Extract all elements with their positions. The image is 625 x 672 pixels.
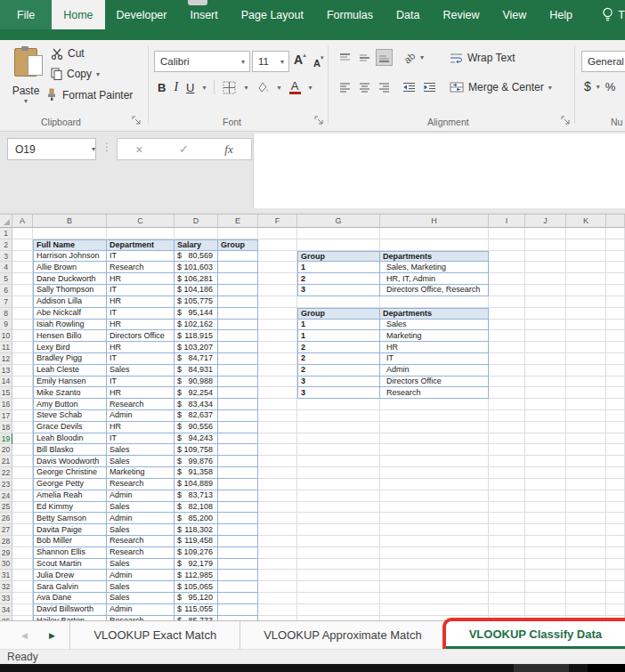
- grid-cell[interactable]: [258, 479, 297, 490]
- column-header-H[interactable]: H: [380, 215, 489, 228]
- grid-cell[interactable]: [258, 365, 297, 376]
- grid-cell[interactable]: [12, 228, 33, 239]
- ribbon-tab-developer[interactable]: Developer: [105, 0, 179, 29]
- grid-cell[interactable]: [297, 570, 380, 581]
- grid-cell[interactable]: [489, 365, 525, 376]
- grid-cell[interactable]: [606, 490, 625, 502]
- cell-B21[interactable]: Davis Woodworth: [33, 456, 107, 467]
- cell-G8[interactable]: Group: [297, 308, 380, 320]
- row-header-34[interactable]: 34: [0, 604, 12, 616]
- grid-cell[interactable]: [489, 262, 525, 273]
- grid-cell[interactable]: [566, 559, 606, 571]
- grid-cell[interactable]: [566, 308, 606, 320]
- grid-cell[interactable]: [218, 593, 258, 604]
- cell-C7[interactable]: HR: [107, 296, 175, 308]
- grid-cell[interactable]: [489, 353, 525, 365]
- grid-cell[interactable]: [525, 330, 566, 342]
- cell-H12[interactable]: IT: [380, 353, 489, 365]
- grid-cell[interactable]: [218, 273, 258, 285]
- grid-cell[interactable]: [489, 570, 525, 581]
- grid-cell[interactable]: [525, 399, 566, 410]
- cell-D3[interactable]: $80,569: [175, 251, 218, 263]
- grid-cell[interactable]: [525, 433, 566, 445]
- clipboard-dialog-launcher[interactable]: [132, 116, 142, 125]
- cell-G3[interactable]: Group: [297, 251, 380, 263]
- grid-cell[interactable]: [566, 581, 606, 593]
- grid-cell[interactable]: [606, 524, 625, 536]
- cell-B24[interactable]: Amelia Reah: [33, 490, 107, 502]
- column-header-K[interactable]: K: [566, 215, 606, 228]
- grid-cell[interactable]: [258, 559, 297, 571]
- grid-cell[interactable]: [380, 422, 489, 433]
- cell-B23[interactable]: George Petty: [33, 479, 107, 490]
- cell-C4[interactable]: Research: [107, 262, 175, 273]
- column-header-B[interactable]: B: [33, 215, 107, 228]
- grid-cell[interactable]: [12, 547, 33, 559]
- row-header-11[interactable]: 11: [0, 342, 12, 353]
- ribbon-tab-page-layout[interactable]: Page Layout: [230, 0, 315, 29]
- cell-C10[interactable]: Directors Office: [107, 330, 175, 342]
- bold-button[interactable]: B: [158, 81, 166, 94]
- row-header-14[interactable]: 14: [0, 376, 12, 388]
- grid-cell[interactable]: [525, 456, 566, 467]
- cell-B9[interactable]: Isiah Rowling: [33, 320, 107, 331]
- cell-B27[interactable]: Davita Paige: [33, 524, 107, 536]
- grid-cell[interactable]: [566, 342, 606, 353]
- cell-D13[interactable]: $84,931: [175, 365, 218, 376]
- grid-cell[interactable]: [33, 228, 107, 239]
- column-header-J[interactable]: J: [525, 215, 566, 228]
- grid-cell[interactable]: [606, 593, 625, 604]
- grid-cell[interactable]: [380, 296, 489, 308]
- grid-cell[interactable]: [525, 524, 566, 536]
- cell-D31[interactable]: $112,985: [175, 570, 218, 581]
- row-header-10[interactable]: 10: [0, 330, 12, 342]
- grid-cell[interactable]: [489, 422, 525, 433]
- grid-cell[interactable]: [380, 547, 489, 559]
- font-dialog-launcher[interactable]: [314, 116, 324, 125]
- grid-cell[interactable]: [606, 320, 625, 331]
- cell-C21[interactable]: Sales: [107, 456, 175, 467]
- cell-B2[interactable]: Full Name: [33, 239, 107, 251]
- grid-cell[interactable]: [297, 604, 380, 616]
- grid-cell[interactable]: [525, 273, 566, 285]
- grid-cell[interactable]: [606, 285, 625, 296]
- grid-cell[interactable]: [297, 399, 380, 410]
- grid-cell[interactable]: [566, 422, 606, 433]
- grid-cell[interactable]: [606, 330, 625, 342]
- grid-cell[interactable]: [218, 422, 258, 433]
- cell-D25[interactable]: $82,108: [175, 502, 218, 514]
- grid-cell[interactable]: [258, 524, 297, 536]
- row-header-23[interactable]: 23: [0, 479, 12, 490]
- cell-D2[interactable]: Salary: [175, 239, 218, 251]
- grid-cell[interactable]: [258, 581, 297, 593]
- grid-cell[interactable]: [489, 410, 525, 422]
- cell-D23[interactable]: $104,889: [175, 479, 218, 490]
- cell-D30[interactable]: $92,179: [175, 559, 218, 571]
- grid-cell[interactable]: [525, 342, 566, 353]
- cell-C19[interactable]: IT: [107, 433, 175, 445]
- row-header-26[interactable]: 26: [0, 513, 12, 524]
- grid-cell[interactable]: [525, 353, 566, 365]
- row-header-8[interactable]: 8: [0, 308, 12, 320]
- fill-color-caret[interactable]: ▾: [277, 84, 280, 92]
- accounting-format-button[interactable]: $: [584, 79, 591, 93]
- cell-G11[interactable]: 2: [297, 342, 380, 353]
- cell-C22[interactable]: Marketing: [107, 467, 175, 479]
- row-header-22[interactable]: 22: [0, 467, 12, 479]
- row-header-1[interactable]: 1: [0, 228, 12, 239]
- cell-C18[interactable]: HR: [107, 422, 175, 433]
- cell-C8[interactable]: IT: [107, 308, 175, 320]
- cell-H13[interactable]: Admin: [380, 365, 489, 376]
- cell-B11[interactable]: Lexy Bird: [33, 342, 107, 353]
- column-header-E[interactable]: E: [218, 215, 258, 228]
- grid-cell[interactable]: [380, 570, 489, 581]
- italic-button[interactable]: I: [174, 80, 178, 94]
- grid-cell[interactable]: [606, 251, 625, 263]
- cell-B18[interactable]: Grace Devils: [33, 422, 107, 433]
- grid-cell[interactable]: [489, 433, 525, 445]
- grid-cell[interactable]: [297, 479, 380, 490]
- grid-cell[interactable]: [258, 308, 297, 320]
- grid-cell[interactable]: [258, 410, 297, 422]
- grid-cell[interactable]: [12, 320, 33, 331]
- grid-cell[interactable]: [489, 456, 525, 467]
